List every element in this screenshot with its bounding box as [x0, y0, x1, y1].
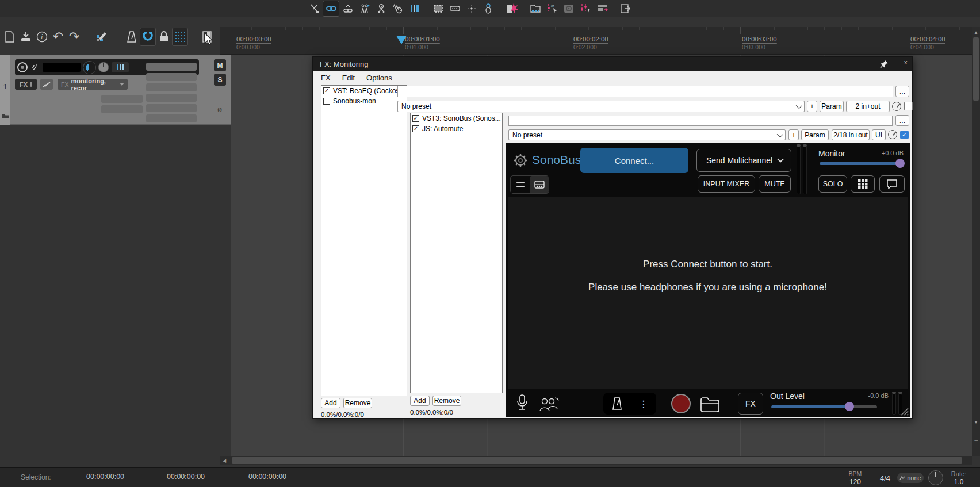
fx-chain-item[interactable]: Sonobus-mon: [321, 96, 407, 106]
wet-dry-knob[interactable]: [892, 102, 901, 111]
record-input-dropdown[interactable]: FX monitoring, recor: [58, 79, 128, 90]
eye-routing-icon[interactable]: [373, 1, 389, 17]
track-folder-icon[interactable]: [2, 113, 9, 118]
redo-icon[interactable]: ↷: [66, 28, 82, 46]
fx-remove-button[interactable]: Remove: [343, 398, 372, 408]
fx-enabled-checkbox[interactable]: ✓: [323, 87, 330, 94]
fx-meter-bars-icon[interactable]: [406, 1, 423, 17]
minimal-view-button[interactable]: [511, 176, 530, 193]
more-options-icon[interactable]: ⋮: [639, 398, 648, 409]
io-routing-button[interactable]: 2 in+out: [846, 101, 890, 112]
solo-button-sonobus[interactable]: SOLO: [818, 175, 847, 193]
vertical-scroll-thumb[interactable]: [973, 37, 979, 101]
fx-enabled-checkbox[interactable]: ✓: [412, 115, 419, 122]
vertical-scrollbar[interactable]: ▲ ▼ −: [972, 27, 980, 456]
fx-add-button[interactable]: Add: [321, 398, 340, 408]
wave-theme-icon[interactable]: [389, 1, 406, 17]
folder-icon[interactable]: [700, 396, 721, 412]
horizontal-scrollbar[interactable]: ◀: [220, 456, 972, 465]
record-button-sonobus[interactable]: [671, 394, 691, 413]
fx-bypass-checkbox[interactable]: [904, 102, 913, 110]
time-signature[interactable]: 4/4: [878, 474, 892, 482]
mixer-view-button[interactable]: [530, 176, 549, 193]
fx-name-more-button[interactable]: ...: [895, 86, 909, 97]
fx-button-sonobus[interactable]: FX: [738, 393, 763, 415]
nvk-folder-gear-icon[interactable]: [560, 1, 577, 17]
horizontal-scroll-thumb[interactable]: [232, 457, 962, 464]
razor-blade-icon[interactable]: [446, 1, 463, 17]
fx-enabled-checkbox[interactable]: ✓: [412, 125, 419, 132]
scroll-down-arrow[interactable]: ▼: [972, 418, 980, 426]
nested-param-button[interactable]: Param: [801, 129, 829, 140]
nvk-cursor-01-icon[interactable]: 01: [543, 1, 560, 17]
resize-grip-icon[interactable]: [899, 407, 909, 416]
nested-fx-name-more-button[interactable]: ...: [895, 115, 909, 126]
undo-icon[interactable]: ↶: [50, 28, 66, 46]
nested-io-routing-button[interactable]: 2/18 in+out: [832, 129, 870, 140]
selection-start[interactable]: 00:00:00:00: [86, 473, 124, 481]
selection-length[interactable]: 00:00:00:00: [248, 473, 286, 481]
microphone-icon[interactable]: [516, 394, 529, 413]
menu-options[interactable]: Options: [361, 72, 398, 83]
group-users-icon[interactable]: [538, 397, 561, 413]
lock-icon[interactable]: [156, 28, 172, 46]
fx-enabled-checkbox[interactable]: [323, 98, 330, 105]
snap-magnet-icon[interactable]: [140, 28, 156, 46]
nested-fx-chain-list[interactable]: ✓ VST3: SonoBus (Sonos... ✓ JS: Automute: [410, 113, 503, 393]
selection-end[interactable]: 00:00:00:00: [167, 473, 205, 481]
tempo-people-icon[interactable]: [356, 1, 373, 17]
monitor-slider-knob[interactable]: [895, 159, 905, 168]
param-button[interactable]: Param: [820, 101, 844, 112]
menu-fx[interactable]: FX: [313, 72, 336, 83]
new-project-icon[interactable]: [2, 28, 18, 46]
link-up-icon[interactable]: [339, 1, 356, 17]
fx-name-bar[interactable]: [397, 86, 893, 97]
meter-mode-button[interactable]: [112, 62, 129, 72]
fx-chain-list[interactable]: ✓ VST: ReaEQ (Cockos) Sonobus-mon: [321, 85, 407, 396]
send-mode-dropdown[interactable]: Send Multichannel: [696, 149, 791, 172]
fx-chain-item[interactable]: ✓ VST3: SonoBus (Sonos...: [411, 113, 502, 124]
rate-value[interactable]: 1.0: [949, 478, 968, 486]
phase-button[interactable]: ø: [215, 105, 224, 114]
grid-layout-button[interactable]: [851, 175, 875, 193]
envelope-button[interactable]: [40, 79, 53, 90]
volume-knob[interactable]: [83, 62, 95, 74]
rate-knob[interactable]: [928, 470, 943, 485]
close-window-button[interactable]: x: [904, 59, 908, 66]
doc-burst-icon[interactable]: [503, 1, 520, 17]
nested-wet-dry-knob[interactable]: [888, 130, 897, 139]
preset-dropdown[interactable]: No preset: [397, 101, 805, 112]
menu-edit[interactable]: Edit: [336, 72, 361, 83]
project-info-icon[interactable]: i: [34, 28, 50, 46]
grid-dots-icon[interactable]: [172, 28, 188, 46]
export-arrow-icon[interactable]: [617, 1, 634, 17]
chat-button[interactable]: [879, 175, 905, 193]
zoom-out-button[interactable]: −: [972, 436, 980, 444]
ui-toggle-button[interactable]: UI: [872, 129, 886, 140]
record-arm-button[interactable]: [17, 62, 28, 72]
settings-gear-icon[interactable]: [512, 152, 529, 168]
mute-button-sonobus[interactable]: MUTE: [759, 175, 791, 193]
nested-fx-bypass-checkbox[interactable]: ✓: [900, 131, 909, 139]
pan-knob[interactable]: [98, 62, 109, 72]
fx-chain-item[interactable]: ✓ VST: ReaEQ (Cockos): [321, 86, 407, 96]
track-name-field[interactable]: [43, 63, 81, 72]
connect-button[interactable]: Connect...: [580, 148, 688, 173]
eye-item-icon[interactable]: [480, 1, 496, 17]
record-monitor-icon[interactable]: [30, 63, 40, 71]
track-fx-button[interactable]: FX: [15, 79, 37, 90]
razor-edit-icon[interactable]: [306, 1, 323, 17]
fx-chain-item[interactable]: ✓ JS: Automute: [411, 124, 502, 134]
playhead-marker[interactable]: [396, 36, 407, 44]
theme-adjust-icon[interactable]: [94, 28, 110, 46]
solo-button[interactable]: S: [214, 74, 226, 86]
track-number-strip[interactable]: 1: [0, 55, 10, 125]
mute-button[interactable]: M: [214, 59, 226, 71]
nested-fx-add-button[interactable]: Add: [410, 396, 430, 406]
playrate-envelope-button[interactable]: none: [897, 473, 924, 483]
scroll-up-arrow[interactable]: ▲: [972, 28, 980, 36]
pin-icon[interactable]: [879, 59, 890, 69]
nvk-bricks-icon[interactable]: [594, 1, 610, 17]
nested-fx-name-bar[interactable]: [508, 116, 893, 126]
fx-window-titlebar[interactable]: FX: Monitoring x: [313, 57, 912, 71]
